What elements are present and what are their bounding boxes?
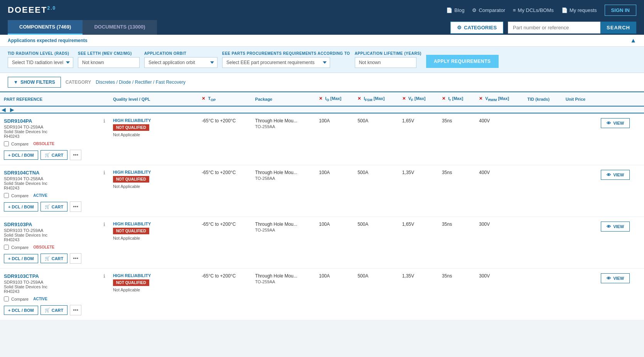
sign-in-button[interactable]: SIGN IN xyxy=(605,5,636,16)
not-applicable-3: Not Applicable xyxy=(113,288,194,292)
vrwm-cell-1: 400V xyxy=(475,165,523,217)
tid-cell-2 xyxy=(524,217,562,269)
scroll-right-arrow[interactable]: ▶ xyxy=(8,107,16,113)
search-button[interactable]: SEARCH xyxy=(600,22,636,34)
part-name-2[interactable]: SDR9103PA xyxy=(4,222,32,227)
tid-cell-0 xyxy=(524,113,562,165)
eee-field: EEE PARTS PROCUREMENTS REQUIREMENTS ACCO… xyxy=(222,51,350,68)
package-cell-1: Through Hole Mou... TO-258AA xyxy=(251,165,315,217)
quality-cell-0: HIGH RELIABILITY NOT QUALIFIED Not Appli… xyxy=(109,113,198,165)
package-main-2: Through Hole Mou... xyxy=(255,222,302,227)
show-filters-button[interactable]: ▼ SHOW FILTERS xyxy=(8,77,61,88)
lifetime-input[interactable] xyxy=(355,57,416,68)
dcl-button-3[interactable]: + DCL / BOM xyxy=(4,306,38,315)
compare-checkbox-3[interactable] xyxy=(4,296,9,301)
info-icon-2[interactable]: ℹ xyxy=(103,222,105,227)
lifetime-label: APPLICATION LIFETIME (YEARS) xyxy=(355,51,421,56)
view-cell-2: 👁 VIEW xyxy=(597,217,644,269)
scroll-left-arrow[interactable]: ◀ xyxy=(0,107,7,113)
price-cell-3 xyxy=(562,269,597,320)
tr-cell-1: 35ns xyxy=(438,165,475,217)
see-input[interactable] xyxy=(78,57,140,68)
cart-button-1[interactable]: 🛒 CART xyxy=(40,202,68,211)
vrwm-cell-3: 300V xyxy=(475,269,523,320)
scroll-indicator: ◀ ▶ xyxy=(0,106,644,113)
vf-cell-2: 1,65V xyxy=(398,217,438,269)
more-button-0[interactable]: ••• xyxy=(70,150,81,160)
search-input[interactable] xyxy=(508,22,600,34)
dcl-button-0[interactable]: + DCL / BOM xyxy=(4,151,38,160)
compare-checkbox-1[interactable] xyxy=(4,193,9,198)
comparator-link[interactable]: ⚙ Comparator xyxy=(472,7,505,13)
package-sub-0: TO-259AA xyxy=(255,124,312,129)
not-applicable-2: Not Applicable xyxy=(113,236,194,240)
compare-checkbox-0[interactable] xyxy=(4,141,9,146)
part-mfr-0: Solid State Devices Inc xyxy=(4,129,105,134)
my-requests-link[interactable]: 📄 My requests xyxy=(561,7,597,13)
parts-table: PART REFERENCE Quality level / QPL ✕ TOP… xyxy=(0,92,644,320)
quality-label-1: HIGH RELIABILITY xyxy=(113,170,194,174)
compare-checkbox-2[interactable] xyxy=(4,245,9,250)
part-rh-3: RH0243 xyxy=(4,289,105,294)
requirements-toggle[interactable]: ▲ xyxy=(630,37,636,44)
requirements-title: Applications expected requirements xyxy=(8,38,88,43)
part-name-1[interactable]: SDR9104CTNA xyxy=(4,170,39,176)
quality-cell-2: HIGH RELIABILITY NOT QUALIFIED Not Appli… xyxy=(109,217,198,269)
apply-requirements-button[interactable]: APPLY REQUIREMENTS xyxy=(426,55,499,68)
more-button-1[interactable]: ••• xyxy=(70,201,81,212)
package-cell-2: Through Hole Mou... TO-259AA xyxy=(251,217,315,269)
view-button-3[interactable]: 👁 VIEW xyxy=(601,273,630,283)
package-sub-3: TO-259AA xyxy=(255,279,312,284)
cart-button-3[interactable]: 🛒 CART xyxy=(40,305,68,315)
not-qualified-badge-1: NOT QUALIFIED xyxy=(113,176,149,183)
tid-select[interactable]: Select TID radiation level xyxy=(8,57,73,68)
info-icon-3[interactable]: ℹ xyxy=(103,273,105,279)
dcl-button-1[interactable]: + DCL / BOM xyxy=(4,202,38,211)
not-applicable-1: Not Applicable xyxy=(113,184,194,189)
orbit-select[interactable]: Select application orbit xyxy=(144,57,217,68)
part-sub-2: SDR9103 TO-259AA xyxy=(4,228,105,233)
eee-select[interactable]: Select EEE part procurement requirements xyxy=(222,57,330,68)
col-top-x: ✕ xyxy=(202,96,205,101)
part-sub-0: SDR9104 TO-259AA xyxy=(4,125,105,129)
part-actions-2: + DCL / BOM 🛒 CART ••• xyxy=(4,253,105,264)
col-vrwm-x: ✕ xyxy=(479,96,482,101)
view-cell-0: 👁 VIEW xyxy=(597,113,644,165)
part-mfr-1: Solid State Devices Inc xyxy=(4,181,105,186)
io-cell-3: 100A xyxy=(315,269,354,320)
table-header-row: PART REFERENCE Quality level / QPL ✕ TOP… xyxy=(0,92,644,106)
categories-button[interactable]: ⚙ CATEGORIES xyxy=(450,22,503,34)
part-name-3[interactable]: SDR9103CTPA xyxy=(4,273,39,279)
more-button-3[interactable]: ••• xyxy=(70,305,81,315)
tabs-right-controls: ⚙ CATEGORIES SEARCH xyxy=(450,22,636,34)
not-qualified-badge-3: NOT QUALIFIED xyxy=(113,279,149,286)
tab-components[interactable]: COMPONENTS (7469) xyxy=(8,20,83,35)
cart-button-0[interactable]: 🛒 CART xyxy=(40,150,68,160)
view-button-2[interactable]: 👁 VIEW xyxy=(601,222,630,232)
part-actions-0: + DCL / BOM 🛒 CART ••• xyxy=(4,150,105,160)
quality-cell-3: HIGH RELIABILITY NOT QUALIFIED Not Appli… xyxy=(109,269,198,320)
tid-cell-1 xyxy=(524,165,562,217)
more-button-2[interactable]: ••• xyxy=(70,253,81,264)
logo-version: 2.0 xyxy=(47,5,56,11)
info-icon-0[interactable]: ℹ xyxy=(103,118,105,124)
category-path: Discretes / Diode / Rectifier / Fast Rec… xyxy=(96,80,185,85)
search-box: SEARCH xyxy=(508,22,636,34)
my-dcls-boms-link[interactable]: ≡ My DCLs/BOMs xyxy=(513,7,554,13)
view-button-0[interactable]: 👁 VIEW xyxy=(601,118,630,128)
tab-documents[interactable]: DOCUMENTS (13000) xyxy=(83,20,157,35)
col-tr-max: ✕ tr [Max] xyxy=(438,92,475,106)
table-row: SDR9103PA ℹ SDR9103 TO-259AA Solid State… xyxy=(0,217,644,269)
blog-link[interactable]: 📄 Blog xyxy=(446,7,464,13)
not-qualified-badge-0: NOT QUALIFIED xyxy=(113,124,149,131)
col-ifsm-max: ✕ IFSM [Max] xyxy=(354,92,398,106)
cart-button-2[interactable]: 🛒 CART xyxy=(40,254,68,263)
info-icon-1[interactable]: ℹ xyxy=(103,170,105,176)
col-action xyxy=(597,92,644,106)
part-name-0[interactable]: SDR9104PA xyxy=(4,118,32,124)
tabs-bar: COMPONENTS (7469) DOCUMENTS (13000) ⚙ CA… xyxy=(0,20,644,35)
dcl-button-2[interactable]: + DCL / BOM xyxy=(4,254,38,263)
col-tid: TID (krads) xyxy=(524,92,562,106)
view-button-1[interactable]: 👁 VIEW xyxy=(601,170,630,180)
price-cell-0 xyxy=(562,113,597,165)
